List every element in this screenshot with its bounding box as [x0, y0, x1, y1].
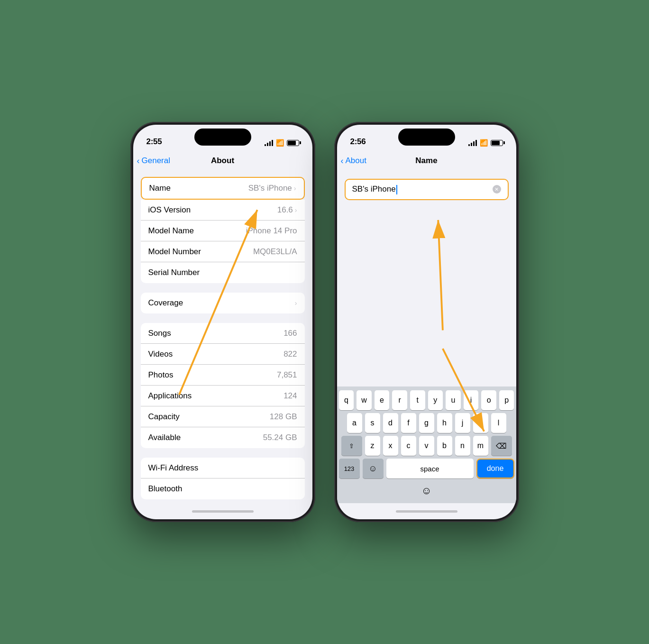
key-e[interactable]: e — [375, 390, 390, 410]
coverage-row[interactable]: Coverage › — [141, 293, 305, 313]
back-button-1[interactable]: ‹ General — [137, 156, 170, 166]
coverage-label: Coverage — [148, 298, 183, 308]
name-row[interactable]: Name SB's iPhone › — [142, 178, 304, 199]
key-x[interactable]: x — [383, 436, 398, 456]
songs-value: 166 — [283, 329, 297, 338]
serial-number-row[interactable]: Serial Number — [141, 262, 305, 283]
phone-1: 2:55 📶 ‹ General About — [130, 122, 315, 522]
ios-version-label: iOS Version — [148, 205, 191, 215]
dynamic-island-2 — [398, 129, 455, 146]
back-label-1: General — [142, 156, 170, 166]
wifi-address-label: Wi-Fi Address — [148, 463, 199, 473]
emoji-bar: ☺ — [339, 480, 514, 501]
wifi-icon-2: 📶 — [480, 139, 488, 147]
key-h[interactable]: h — [437, 413, 452, 433]
videos-row: Videos 822 — [141, 344, 305, 365]
key-w[interactable]: w — [356, 390, 372, 410]
videos-value: 822 — [283, 350, 297, 359]
wifi-address-row: Wi-Fi Address — [141, 458, 305, 478]
name-row-highlighted[interactable]: Name SB's iPhone › — [141, 177, 305, 200]
serial-number-label: Serial Number — [148, 268, 200, 277]
settings-group-coverage: Coverage › — [141, 293, 305, 313]
battery-icon-1 — [287, 140, 299, 146]
available-value: 55.24 GB — [263, 433, 297, 442]
home-indicator-2 — [337, 503, 516, 519]
key-v[interactable]: v — [419, 436, 434, 456]
dynamic-island-1 — [194, 129, 251, 146]
settings-group-1: iOS Version 16.6 › Model Name iPhone 14 … — [141, 200, 305, 283]
back-chevron-2: ‹ — [341, 156, 344, 166]
key-done[interactable]: done — [476, 459, 514, 478]
key-m[interactable]: m — [473, 436, 488, 456]
key-y[interactable]: y — [428, 390, 443, 410]
key-space[interactable]: space — [386, 459, 474, 478]
key-123[interactable]: 123 — [339, 459, 360, 478]
signal-icon-1 — [265, 140, 273, 146]
signal-icon-2 — [468, 140, 477, 146]
photos-row: Photos 7,851 — [141, 365, 305, 386]
key-k[interactable]: k — [473, 413, 488, 433]
model-name-label: Model Name — [148, 226, 194, 236]
nav-title-2: Name — [415, 156, 437, 166]
applications-row: Applications 124 — [141, 386, 305, 406]
key-u[interactable]: u — [446, 390, 461, 410]
ios-version-row[interactable]: iOS Version 16.6 › — [141, 200, 305, 221]
key-t[interactable]: t — [410, 390, 425, 410]
wifi-icon-1: 📶 — [276, 139, 284, 147]
key-p[interactable]: p — [499, 390, 514, 410]
screen-1: 2:55 📶 ‹ General About — [133, 125, 312, 519]
available-label: Available — [148, 433, 181, 442]
bluetooth-row: Bluetooth — [141, 478, 305, 499]
capacity-label: Capacity — [148, 412, 180, 422]
videos-label: Videos — [148, 350, 173, 359]
coverage-chevron: › — [295, 299, 297, 307]
keyboard[interactable]: q w e r t y u i o p a s d f g h j k — [337, 386, 516, 503]
empty-area — [337, 200, 516, 386]
keyboard-bottom-row: 123 ☺ space done — [339, 459, 514, 478]
back-button-2[interactable]: ‹ About — [341, 156, 366, 166]
key-s[interactable]: s — [365, 413, 380, 433]
applications-value: 124 — [283, 391, 297, 401]
key-d[interactable]: d — [383, 413, 398, 433]
songs-label: Songs — [148, 329, 171, 338]
model-number-label: Model Number — [148, 247, 201, 257]
back-chevron-1: ‹ — [137, 156, 140, 166]
keyboard-row-2: a s d f g h j k l — [347, 413, 507, 433]
key-n[interactable]: n — [455, 436, 470, 456]
key-emoji[interactable]: ☺ — [363, 459, 384, 478]
name-chevron: › — [294, 184, 296, 192]
key-o[interactable]: o — [481, 390, 496, 410]
key-a[interactable]: a — [347, 413, 362, 433]
key-shift[interactable]: ⇧ — [341, 436, 362, 456]
name-label: Name — [149, 184, 171, 193]
key-l[interactable]: l — [491, 413, 506, 433]
clear-input-button[interactable]: ✕ — [493, 185, 501, 193]
content-1[interactable]: Name SB's iPhone › iOS Version 16.6 › — [133, 171, 312, 503]
nav-bar-2: ‹ About Name — [337, 150, 516, 171]
key-j[interactable]: j — [455, 413, 470, 433]
key-q[interactable]: q — [339, 390, 354, 410]
key-r[interactable]: r — [392, 390, 407, 410]
capacity-value: 128 GB — [270, 412, 297, 422]
name-value: SB's iPhone › — [248, 184, 296, 193]
home-indicator-1 — [133, 503, 312, 519]
status-time-1: 2:55 — [146, 137, 162, 147]
text-cursor — [396, 185, 397, 194]
model-number-row[interactable]: Model Number MQ0E3LL/A — [141, 241, 305, 262]
settings-group-stats: Songs 166 Videos 822 Photos 7,851 Applic… — [141, 323, 305, 448]
key-f[interactable]: f — [401, 413, 416, 433]
photos-value: 7,851 — [277, 370, 297, 380]
keyboard-row-1: q w e r t y u i o p — [339, 390, 514, 410]
key-g[interactable]: g — [419, 413, 434, 433]
nav-bar-1: ‹ General About — [133, 150, 312, 171]
key-i[interactable]: i — [464, 390, 479, 410]
key-c[interactable]: c — [401, 436, 416, 456]
key-b[interactable]: b — [437, 436, 452, 456]
settings-group-network: Wi-Fi Address Bluetooth — [141, 458, 305, 499]
name-text-input[interactable]: SB's iPhone ✕ — [345, 179, 509, 200]
input-text: SB's iPhone — [352, 184, 397, 194]
capacity-row: Capacity 128 GB — [141, 406, 305, 427]
key-delete[interactable]: ⌫ — [491, 436, 512, 456]
model-name-row[interactable]: Model Name iPhone 14 Pro — [141, 221, 305, 241]
key-z[interactable]: z — [365, 436, 380, 456]
